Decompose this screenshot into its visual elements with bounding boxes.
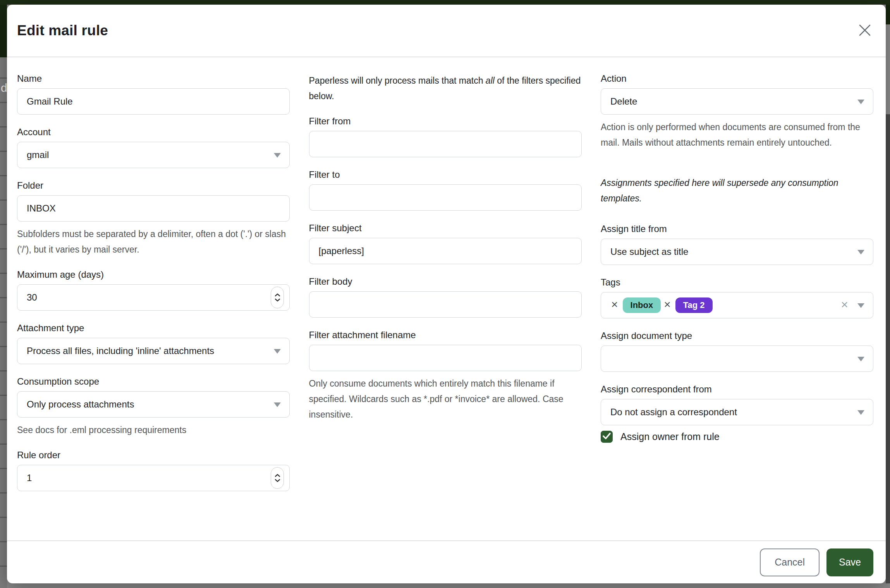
stepper-up-icon[interactable] [274, 474, 280, 478]
dialog-title: Edit mail rule [17, 22, 108, 39]
chevron-down-icon [857, 410, 864, 418]
attachment-type-value: Process all files, including 'inline' at… [27, 346, 214, 356]
column-action-assignments: Action Delete Action is only performed w… [601, 73, 873, 540]
max-age-value: 30 [27, 292, 37, 303]
page-navbar-sliver [0, 0, 890, 5]
chevron-down-icon [857, 357, 864, 365]
scrollbar-thumb[interactable] [886, 24, 890, 114]
assign-owner-row: Assign owner from rule [601, 431, 873, 443]
tags-select[interactable]: × Inbox × Tag 2 × [601, 292, 873, 318]
assign-owner-checkbox[interactable] [601, 431, 613, 443]
tags-label: Tags [601, 277, 873, 288]
page-navbar-left-fragment [0, 5, 7, 57]
tag-pill-tag2: Tag 2 [675, 297, 713, 313]
filter-attachment-filename-help: Only consume documents which entirely ma… [309, 376, 582, 422]
remove-tag-icon[interactable]: × [611, 299, 618, 310]
clear-tags-icon[interactable]: × [841, 298, 848, 311]
filter-attachment-filename-label: Filter attachment filename [309, 329, 582, 341]
account-label: Account [17, 126, 290, 138]
page-scrollbar-track [886, 5, 890, 583]
field-attachment-type: Attachment type Process all files, inclu… [17, 322, 290, 364]
filter-body-input[interactable] [309, 291, 582, 318]
filter-subject-input[interactable] [309, 238, 582, 264]
checkmark-icon [603, 433, 611, 441]
assign-title-from-value: Use subject as title [610, 246, 688, 257]
rule-order-label: Rule order [17, 449, 290, 461]
field-consumption-scope: Consumption scope Only process attachmen… [17, 376, 290, 438]
stepper-down-icon[interactable] [274, 298, 280, 302]
dialog-header: Edit mail rule [7, 5, 886, 57]
filters-intro: Paperless will only process mails that m… [309, 73, 582, 104]
name-label: Name [17, 73, 290, 84]
page-edge-text-fragment: d [1, 81, 7, 95]
page-table-rows-fragment [0, 77, 7, 573]
max-age-input[interactable]: 30 [17, 284, 290, 311]
filters-intro-emphasis: all [486, 76, 495, 86]
action-select[interactable]: Delete [601, 88, 873, 115]
filters-intro-text: Paperless will only process mails that m… [309, 76, 486, 86]
filter-from-input[interactable] [309, 131, 582, 157]
field-assign-correspondent-from: Assign correspondent from Do not assign … [601, 383, 873, 425]
consumption-scope-value: Only process attachments [27, 399, 134, 410]
page-left-edge: d [0, 5, 7, 588]
filter-attachment-filename-input[interactable] [309, 345, 582, 371]
chevron-down-icon [274, 402, 281, 411]
field-filter-subject: Filter subject [309, 222, 582, 264]
account-value: gmail [27, 150, 49, 160]
field-filter-to: Filter to [309, 169, 582, 211]
max-age-label: Maximum age (days) [17, 269, 290, 280]
column-general: Name Account gmail Folder Subfolders mus… [17, 73, 290, 540]
filter-subject-label: Filter subject [309, 222, 582, 234]
account-select[interactable]: gmail [17, 142, 290, 168]
field-assign-document-type: Assign document type [601, 330, 873, 372]
column-filters: Paperless will only process mails that m… [309, 73, 582, 540]
chevron-down-icon[interactable] [857, 303, 864, 311]
save-button[interactable]: Save [826, 548, 873, 576]
remove-tag-icon[interactable]: × [664, 299, 671, 310]
rule-order-input[interactable]: 1 [17, 465, 290, 491]
field-name: Name [17, 73, 290, 115]
stepper-down-icon[interactable] [274, 479, 280, 483]
assign-document-type-select[interactable] [601, 346, 873, 372]
field-tags: Tags × Inbox × Tag 2 × [601, 277, 873, 318]
field-filter-from: Filter from [309, 115, 582, 157]
assign-document-type-label: Assign document type [601, 330, 873, 342]
number-stepper [271, 467, 284, 489]
folder-help: Subfolders must be separated by a delimi… [17, 226, 290, 257]
folder-input[interactable] [17, 195, 290, 222]
close-icon [858, 24, 871, 38]
consumption-scope-help: See docs for .eml processing requirement… [17, 422, 290, 438]
chevron-down-icon [274, 349, 281, 357]
assign-correspondent-from-select[interactable]: Do not assign a correspondent [601, 399, 873, 425]
field-folder: Folder Subfolders must be separated by a… [17, 180, 290, 257]
cancel-button[interactable]: Cancel [760, 548, 820, 576]
number-stepper [271, 287, 284, 308]
attachment-type-select[interactable]: Process all files, including 'inline' at… [17, 338, 290, 364]
filter-to-label: Filter to [309, 169, 582, 181]
assign-title-from-label: Assign title from [601, 223, 873, 235]
consumption-scope-select[interactable]: Only process attachments [17, 391, 290, 418]
field-filter-attachment-filename: Filter attachment filename Only consume … [309, 329, 582, 422]
name-input[interactable] [17, 88, 290, 115]
assignments-note: Assignments specified here will supersed… [601, 175, 873, 206]
assign-title-from-select[interactable]: Use subject as title [601, 239, 873, 265]
action-label: Action [601, 73, 873, 84]
field-assign-title-from: Assign title from Use subject as title [601, 223, 873, 265]
field-rule-order: Rule order 1 [17, 449, 290, 491]
field-action: Action Delete Action is only performed w… [601, 73, 873, 150]
folder-label: Folder [17, 180, 290, 191]
field-account: Account gmail [17, 126, 290, 168]
chevron-down-icon [857, 250, 864, 258]
close-button[interactable] [856, 22, 873, 39]
filter-from-label: Filter from [309, 115, 582, 127]
dialog-body: Name Account gmail Folder Subfolders mus… [7, 57, 886, 540]
chevron-down-icon [857, 100, 864, 108]
stepper-up-icon[interactable] [274, 293, 280, 297]
edit-mail-rule-dialog: Edit mail rule Name Account gmail Folder [7, 5, 886, 583]
action-value: Delete [610, 96, 637, 107]
filter-to-input[interactable] [309, 184, 582, 211]
chevron-down-icon [274, 153, 281, 161]
page-navbar-right-fragment [886, 5, 890, 24]
filter-body-label: Filter body [309, 276, 582, 287]
assign-correspondent-from-label: Assign correspondent from [601, 383, 873, 395]
